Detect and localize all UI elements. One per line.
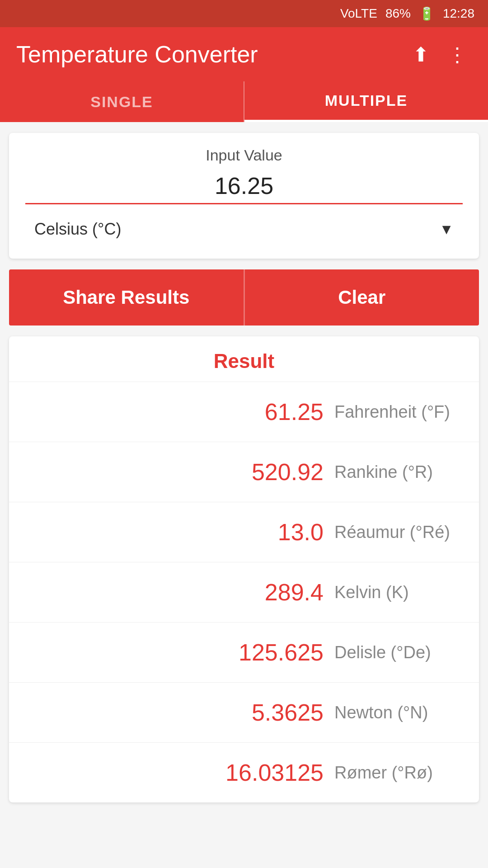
table-row: 13.0 Réaumur (°Ré) (9, 502, 479, 562)
table-row: 125.625 Delisle (°De) (9, 622, 479, 682)
result-unit: Newton (°N) (334, 703, 461, 722)
result-unit: Rømer (°Rø) (334, 763, 461, 783)
result-value: 125.625 (179, 639, 324, 666)
action-buttons: Share Results Clear (9, 269, 479, 326)
dropdown-arrow-icon: ▼ (439, 221, 454, 238)
result-value: 520.92 (179, 458, 324, 486)
result-unit: Delisle (°De) (334, 643, 461, 662)
signal-indicator: VoLTE (340, 6, 377, 21)
clock: 12:28 (443, 6, 474, 21)
result-value: 5.3625 (179, 699, 324, 726)
result-value: 289.4 (179, 579, 324, 606)
result-value: 16.03125 (179, 759, 324, 786)
results-title: Result (9, 336, 479, 382)
app-title: Temperature Converter (16, 41, 399, 68)
clear-button[interactable]: Clear (244, 269, 479, 326)
result-unit: Rankine (°R) (334, 462, 461, 482)
battery-level: 86% (385, 6, 411, 21)
result-unit: Réaumur (°Ré) (334, 523, 461, 542)
result-unit: Fahrenheit (°F) (334, 402, 461, 422)
temperature-input[interactable] (25, 172, 463, 204)
app-bar: Temperature Converter ⬆ ⋮ (0, 27, 488, 81)
tabs-container: SINGLE MULTIPLE (0, 81, 488, 122)
tab-single[interactable]: SINGLE (0, 81, 244, 122)
share-icon[interactable]: ⬆ (408, 38, 434, 71)
unit-label: Celsius (°C) (34, 220, 121, 239)
table-row: 5.3625 Newton (°N) (9, 682, 479, 742)
result-unit: Kelvin (K) (334, 583, 461, 602)
status-bar: VoLTE 86% 🔋 12:28 (0, 0, 488, 27)
battery-icon: 🔋 (419, 6, 435, 21)
result-value: 61.25 (179, 398, 324, 425)
more-options-icon[interactable]: ⋮ (443, 38, 472, 71)
table-row: 520.92 Rankine (°R) (9, 442, 479, 502)
input-card: Input Value Celsius (°C) ▼ (9, 133, 479, 259)
unit-selector[interactable]: Celsius (°C) ▼ (25, 213, 463, 245)
result-value: 13.0 (179, 519, 324, 546)
table-row: 61.25 Fahrenheit (°F) (9, 382, 479, 442)
input-label: Input Value (25, 146, 463, 164)
share-results-button[interactable]: Share Results (9, 269, 244, 326)
results-card: Result 61.25 Fahrenheit (°F) 520.92 Rank… (9, 336, 479, 802)
table-row: 289.4 Kelvin (K) (9, 562, 479, 622)
tab-multiple[interactable]: MULTIPLE (244, 81, 488, 122)
table-row: 16.03125 Rømer (°Rø) (9, 742, 479, 802)
